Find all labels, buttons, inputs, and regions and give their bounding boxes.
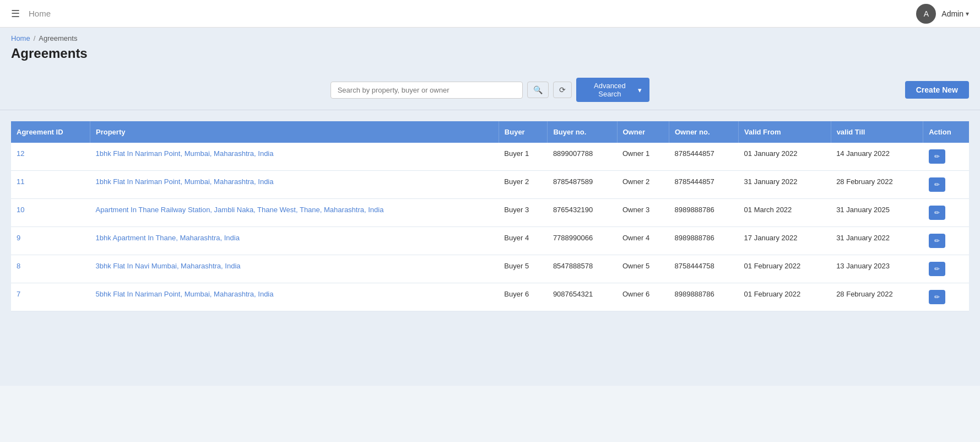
- table-row: 9 1bhk Apartment In Thane, Maharashtra, …: [11, 227, 969, 255]
- cell-valid-till: 28 February 2022: [831, 171, 923, 199]
- refresh-button[interactable]: ⟳: [553, 82, 572, 98]
- agreement-id-link[interactable]: 12: [17, 149, 24, 158]
- col-header-owner-no: Owner no.: [669, 121, 738, 143]
- create-new-button[interactable]: Create New: [905, 81, 969, 99]
- cell-owner-no: 8989888786: [669, 227, 738, 255]
- table-row: 12 1bhk Flat In Nariman Point, Mumbai, M…: [11, 143, 969, 171]
- edit-button[interactable]: ✏: [929, 290, 945, 304]
- agreement-id-link[interactable]: 9: [17, 234, 20, 242]
- col-header-buyer-no: Buyer no.: [548, 121, 617, 143]
- search-input[interactable]: [331, 82, 523, 99]
- cell-valid-till: 28 February 2022: [831, 283, 923, 311]
- cell-buyer: Buyer 1: [499, 143, 548, 171]
- edit-button[interactable]: ✏: [929, 149, 945, 164]
- avatar: A: [916, 4, 936, 24]
- cell-property: 1bhk Flat In Nariman Point, Mumbai, Maha…: [90, 143, 499, 171]
- cell-valid-till: 31 January 2022: [831, 227, 923, 255]
- agreement-id-link[interactable]: 11: [17, 177, 24, 186]
- cell-buyer-no: 8547888578: [548, 255, 617, 283]
- cell-owner: Owner 5: [617, 255, 669, 283]
- cell-owner-no: 8758444758: [669, 255, 738, 283]
- refresh-icon: ⟳: [559, 85, 566, 94]
- edit-button[interactable]: ✏: [929, 206, 945, 220]
- cell-property: 3bhk Flat In Navi Mumbai, Maharashtra, I…: [90, 255, 499, 283]
- cell-agreement-id: 9: [11, 227, 90, 255]
- pencil-icon: ✏: [934, 181, 940, 188]
- edit-button[interactable]: ✏: [929, 234, 945, 248]
- cell-valid-from: 01 February 2022: [739, 255, 831, 283]
- top-nav: ☰ Home A Admin ▾: [0, 0, 980, 28]
- pencil-icon: ✏: [934, 293, 940, 301]
- cell-buyer-no: 8785487589: [548, 171, 617, 199]
- cell-owner: Owner 1: [617, 143, 669, 171]
- agreement-id-link[interactable]: 7: [17, 290, 20, 298]
- toolbar: 🔍 ⟳ Advanced Search ▾ Create New: [0, 70, 980, 110]
- property-link[interactable]: 1bhk Flat In Nariman Point, Mumbai, Maha…: [96, 149, 274, 158]
- cell-valid-from: 01 February 2022: [739, 283, 831, 311]
- breadcrumb-separator: /: [34, 34, 36, 42]
- col-header-valid-from: Valid From: [739, 121, 831, 143]
- table-body: 12 1bhk Flat In Nariman Point, Mumbai, M…: [11, 143, 969, 311]
- pencil-icon: ✏: [934, 209, 940, 217]
- cell-owner-no: 8989888786: [669, 199, 738, 227]
- cell-property: Apartment In Thane Railway Station, Jamb…: [90, 199, 499, 227]
- cell-agreement-id: 11: [11, 171, 90, 199]
- cell-owner: Owner 4: [617, 227, 669, 255]
- cell-property: 5bhk Flat In Nariman Point, Mumbai, Maha…: [90, 283, 499, 311]
- property-link[interactable]: Apartment In Thane Railway Station, Jamb…: [96, 206, 384, 214]
- col-header-buyer: Buyer: [499, 121, 548, 143]
- cell-agreement-id: 10: [11, 199, 90, 227]
- page-title: Agreements: [11, 46, 969, 61]
- cell-owner-no: 8785444857: [669, 171, 738, 199]
- cell-buyer: Buyer 2: [499, 171, 548, 199]
- cell-property: 1bhk Apartment In Thane, Maharashtra, In…: [90, 227, 499, 255]
- edit-button[interactable]: ✏: [929, 177, 945, 192]
- cell-valid-from: 01 March 2022: [739, 199, 831, 227]
- cell-valid-till: 14 January 2022: [831, 143, 923, 171]
- table-container: Agreement ID Property Buyer Buyer no. Ow…: [0, 110, 980, 386]
- cell-valid-till: 31 January 2025: [831, 199, 923, 227]
- advanced-search-label: Advanced Search: [584, 82, 635, 98]
- cell-valid-from: 01 January 2022: [739, 143, 831, 171]
- cell-agreement-id: 12: [11, 143, 90, 171]
- cell-owner: Owner 6: [617, 283, 669, 311]
- cell-owner: Owner 3: [617, 199, 669, 227]
- property-link[interactable]: 5bhk Flat In Nariman Point, Mumbai, Maha…: [96, 290, 274, 298]
- cell-property: 1bhk Flat In Nariman Point, Mumbai, Maha…: [90, 171, 499, 199]
- table-header: Agreement ID Property Buyer Buyer no. Ow…: [11, 121, 969, 143]
- cell-agreement-id: 7: [11, 283, 90, 311]
- cell-buyer: Buyer 6: [499, 283, 548, 311]
- edit-button[interactable]: ✏: [929, 262, 945, 276]
- admin-label[interactable]: Admin ▾: [941, 9, 969, 18]
- cell-action: ✏: [923, 199, 969, 227]
- cell-owner-no: 8785444857: [669, 143, 738, 171]
- col-header-owner: Owner: [617, 121, 669, 143]
- cell-action: ✏: [923, 255, 969, 283]
- advanced-search-button[interactable]: Advanced Search ▾: [576, 78, 649, 102]
- agreement-id-link[interactable]: 8: [17, 262, 20, 270]
- cell-action: ✏: [923, 143, 969, 171]
- breadcrumb-home-link[interactable]: Home: [11, 34, 30, 42]
- search-button[interactable]: 🔍: [527, 82, 549, 98]
- agreement-id-link[interactable]: 10: [17, 206, 24, 214]
- property-link[interactable]: 1bhk Apartment In Thane, Maharashtra, In…: [96, 234, 240, 242]
- nav-home-link[interactable]: Home: [29, 9, 51, 18]
- agreements-table: Agreement ID Property Buyer Buyer no. Ow…: [11, 121, 969, 311]
- chevron-down-icon: ▾: [966, 10, 969, 18]
- cell-owner: Owner 2: [617, 171, 669, 199]
- cell-buyer-no: 7788990066: [548, 227, 617, 255]
- cell-valid-from: 17 January 2022: [739, 227, 831, 255]
- property-link[interactable]: 3bhk Flat In Navi Mumbai, Maharashtra, I…: [96, 262, 241, 270]
- cell-agreement-id: 8: [11, 255, 90, 283]
- col-header-action: Action: [923, 121, 969, 143]
- property-link[interactable]: 1bhk Flat In Nariman Point, Mumbai, Maha…: [96, 177, 274, 186]
- col-header-valid-till: valid Till: [831, 121, 923, 143]
- col-header-property: Property: [90, 121, 499, 143]
- cell-owner-no: 8989888786: [669, 283, 738, 311]
- page-header: Home / Agreements Agreements: [0, 28, 980, 70]
- pencil-icon: ✏: [934, 265, 940, 273]
- cell-action: ✏: [923, 171, 969, 199]
- table-row: 11 1bhk Flat In Nariman Point, Mumbai, M…: [11, 171, 969, 199]
- pencil-icon: ✏: [934, 237, 940, 245]
- hamburger-icon[interactable]: ☰: [11, 8, 20, 20]
